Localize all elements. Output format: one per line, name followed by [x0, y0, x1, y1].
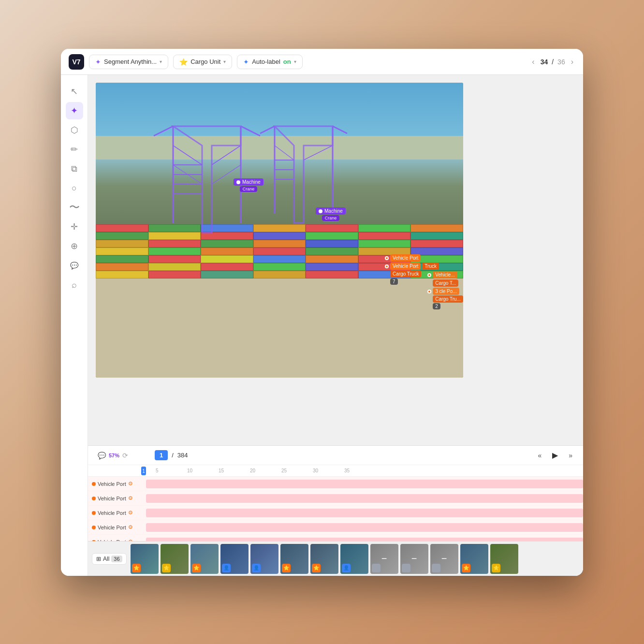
track-bar-4: [146, 523, 583, 532]
track-label-4: Vehicle Port ⚙: [88, 524, 146, 530]
app-logo: V7: [69, 54, 84, 70]
cargo-unit-icon: ⭐: [179, 58, 188, 66]
timeline-ruler: 1 5 10 15 20 25 30 35: [88, 465, 583, 477]
zoom-tool-icon[interactable]: ⌕: [66, 276, 83, 293]
autolabel-prefix: Auto-label: [252, 58, 280, 65]
thumb-badge-12: ⭐: [462, 564, 470, 572]
annotation-vehicle-port-2: Vehicle Port: [390, 263, 421, 270]
thumbnail-7[interactable]: ⭐: [310, 544, 338, 574]
polygon-tool-icon[interactable]: ⬡: [66, 121, 83, 139]
thumbnail-3[interactable]: ⭐: [190, 544, 219, 574]
svg-line-20: [333, 126, 347, 133]
annotation-vehicle-port-3: Vehicle...: [433, 271, 457, 278]
segment-tool-label: Segment Anythin...: [104, 58, 157, 65]
track-label-text-2: Vehicle Port: [98, 496, 126, 501]
page-nav-total: 384: [177, 452, 188, 459]
thumbnails-bar: ⊞ All 36 ⭐ ⭐ ⭐: [88, 541, 583, 576]
thumb-badge-3: ⭐: [192, 564, 201, 572]
spline-tool-icon[interactable]: 〜: [66, 199, 83, 216]
thumbnail-13[interactable]: ⭐: [490, 544, 518, 574]
track-gear-4[interactable]: ⚙: [128, 524, 133, 530]
badge-2: 2: [433, 303, 440, 309]
all-label-icon: ⊞: [96, 556, 101, 562]
thumbnail-9[interactable]: −: [370, 544, 398, 574]
comment-tool-icon[interactable]: 💬: [66, 257, 83, 274]
timeline-last-btn[interactable]: »: [566, 450, 575, 461]
app-window: V7 ✦ Segment Anythin... ▾ ⭐ Cargo Unit ▾…: [61, 49, 583, 576]
track-bar-area-2: [146, 491, 583, 505]
annotation-vehicle-port-far-right: Vehicle... Cargo T... 3 cle Po... Cargo …: [427, 271, 463, 309]
track-label-2: Vehicle Port ⚙: [88, 495, 146, 501]
track-bar-5: [146, 538, 583, 541]
track-gear-1[interactable]: ⚙: [128, 481, 133, 487]
all-thumbnails-badge[interactable]: ⊞ All 36: [92, 553, 127, 565]
track-bar-area-4: [146, 520, 583, 534]
thumbnail-2[interactable]: ⭐: [161, 544, 189, 574]
track-gear-2[interactable]: ⚙: [128, 495, 133, 501]
canvas-image[interactable]: Machine Crane Machine Crane: [96, 83, 463, 378]
segment-tool-sidebar-icon[interactable]: ✦: [66, 102, 83, 119]
bottom-comment-icon[interactable]: 💬: [98, 452, 106, 459]
ruler-tick-20: 20: [250, 468, 281, 473]
canvas-container[interactable]: Machine Crane Machine Crane: [88, 75, 583, 445]
thumbnail-6[interactable]: ⭐: [280, 544, 308, 574]
thumbnail-5[interactable]: 👤: [250, 544, 278, 574]
ruler-tick-25: 25: [281, 468, 313, 473]
svg-line-10: [154, 126, 173, 136]
track-bar-2: [146, 494, 583, 503]
brush-tool-icon[interactable]: ✏: [66, 141, 83, 158]
thumbnail-1[interactable]: ⭐: [131, 544, 159, 574]
pointer-tool-icon[interactable]: ↖: [66, 83, 83, 100]
track-row-vehicle-port-2: Vehicle Port ⚙: [88, 491, 583, 506]
segment-tool-button[interactable]: ✦ Segment Anythin... ▾: [89, 55, 168, 69]
thumb-badge-8: 👤: [342, 564, 351, 572]
all-label: All: [103, 556, 109, 562]
timeline-marker-1: 1: [141, 467, 146, 475]
cargo-unit-button[interactable]: ⭐ Cargo Unit ▾: [173, 55, 232, 69]
track-dot-3: [92, 511, 96, 515]
cargo-unit-chevron: ▾: [223, 59, 226, 64]
autolabel-button[interactable]: ✦ Auto-label on ▾: [237, 55, 302, 69]
thumb-badge-7: ⭐: [312, 564, 321, 572]
track-gear-3[interactable]: ⚙: [128, 510, 133, 516]
annotation-label-machine-1: Machine: [242, 179, 261, 185]
annotation-machine-crane-2: Machine Crane: [316, 207, 346, 221]
autolabel-chevron: ▾: [294, 59, 296, 64]
segment-tool-icon: ✦: [95, 58, 101, 66]
bottom-percent: 57%: [109, 453, 119, 458]
keypoint-tool-icon[interactable]: ⊕: [66, 237, 83, 255]
circle-tool-icon[interactable]: ○: [66, 179, 83, 197]
bottom-action-icon[interactable]: ⟳: [122, 452, 128, 459]
page-nav: 1 / 384: [155, 450, 529, 460]
thumbnail-11[interactable]: −: [430, 544, 458, 574]
svg-line-19: [260, 126, 275, 133]
ruler-tick-30: 30: [313, 468, 344, 473]
track-label-text-4: Vehicle Port: [98, 525, 126, 530]
total-images-count: 36: [557, 58, 565, 66]
cargo-unit-label: Cargo Unit: [190, 58, 220, 65]
annotation-truck: Truck: [422, 263, 439, 270]
copy-tool-icon[interactable]: ⧉: [66, 160, 83, 177]
thumbnail-12[interactable]: ⭐: [460, 544, 488, 574]
annotation-cargo-truck-1: Cargo Truck: [390, 270, 421, 278]
track-dot-1: [92, 482, 96, 486]
track-bar-area-1: [146, 477, 583, 491]
thumbnail-10[interactable]: −: [400, 544, 428, 574]
ruler-tick-35: 35: [344, 468, 376, 473]
current-image-number: 34: [541, 58, 548, 66]
track-bar-1: [146, 480, 583, 488]
thumbnail-4[interactable]: 👤: [220, 544, 249, 574]
crosshair-tool-icon[interactable]: ✛: [66, 218, 83, 235]
thumbnail-8[interactable]: 👤: [340, 544, 368, 574]
annotation-vehicle-port-4: 3 cle Po...: [433, 288, 459, 295]
svg-line-17: [275, 146, 294, 160]
timeline-play-btn[interactable]: ▶: [548, 449, 562, 462]
next-image-button[interactable]: ›: [569, 56, 575, 68]
ruler-tick-10: 10: [187, 468, 219, 473]
main-content: ↖ ✦ ⬡ ✏ ⧉ ○ 〜 ✛ ⊕ 💬 ⌕: [61, 75, 583, 576]
prev-image-button[interactable]: ‹: [530, 56, 536, 68]
track-gear-5[interactable]: ⚙: [128, 539, 133, 541]
annotation-cargo-truck-3: Cargo Tru...: [433, 295, 463, 303]
timeline-first-btn[interactable]: «: [535, 450, 544, 461]
all-count: 36: [111, 556, 122, 562]
